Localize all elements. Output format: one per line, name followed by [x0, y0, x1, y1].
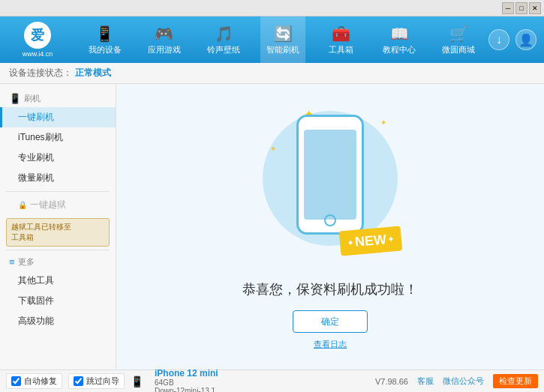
flash-section-icon: 📱	[9, 93, 21, 104]
download-button[interactable]: ↓	[488, 29, 509, 50]
bottom-bar: 自动修复 跳过向导 📱 iPhone 12 mini 64GB Down-12m…	[0, 370, 544, 392]
confirm-button[interactable]: 确定	[293, 310, 368, 333]
auto-repair-area: 自动修复	[6, 373, 62, 389]
sidebar: 📱 刷机 一键刷机 iTunes刷机 专业刷机 微量刷机 🔒 一键越狱 越狱工具…	[0, 84, 116, 370]
smart-flash-icon: 🔄	[274, 25, 293, 43]
customer-service-link[interactable]: 客服	[417, 376, 434, 387]
main-area: 📱 刷机 一键刷机 iTunes刷机 专业刷机 微量刷机 🔒 一键越狱 越狱工具…	[0, 84, 544, 370]
nav-ringtone-label: 铃声壁纸	[207, 44, 240, 55]
nav-apps[interactable]: 🎮 应用游戏	[142, 16, 187, 63]
download-firmware-label: 下载固件	[18, 295, 54, 306]
logo[interactable]: 爱 www.i4.cn	[0, 19, 75, 61]
check-update-button[interactable]: 检查更新	[493, 374, 538, 388]
device-phone-icon: 📱	[131, 376, 143, 388]
nav-smart-flash-label: 智能刷机	[266, 44, 299, 55]
device-storage: 64GB	[155, 379, 218, 387]
phone-home-button	[324, 214, 336, 226]
sidebar-item-other-tools[interactable]: 其他工具	[0, 271, 116, 291]
content-area: ✦ ✦ ✦ NEW 恭喜您，保资料刷机成功啦！ 确定 查看日志	[116, 84, 544, 370]
sidebar-item-advanced[interactable]: 高级功能	[0, 311, 116, 331]
sparkle-3: ✦	[270, 145, 276, 153]
new-badge-text: NEW	[354, 232, 387, 250]
bottom-right: V7.98.66 客服 微信公众号 检查更新	[375, 374, 538, 388]
separator-1	[6, 191, 110, 192]
jailbreak-label: 一键越狱	[30, 199, 66, 211]
sidebar-section-flash[interactable]: 📱 刷机	[0, 90, 116, 107]
nav-mall[interactable]: 🛒 微圆商城	[436, 16, 481, 63]
tutorial-icon: 📖	[390, 25, 409, 43]
more-section-label: 更多	[18, 256, 35, 268]
one-key-flash-label: 一键刷机	[18, 112, 54, 122]
status-label: 设备连接状态：	[9, 67, 72, 79]
auto-repair-checkbox[interactable]	[11, 376, 21, 386]
pro-flash-label: 专业刷机	[18, 152, 54, 163]
user-button[interactable]: 👤	[515, 29, 536, 50]
flash-section-label: 刷机	[24, 93, 41, 104]
advanced-label: 高级功能	[18, 316, 54, 326]
guided-area: 跳过向导	[68, 373, 125, 389]
nav-smart-flash[interactable]: 🔄 智能刷机	[260, 16, 305, 63]
separator-2	[6, 250, 110, 250]
device-info: iPhone 12 mini 64GB Down-12mini-13,1	[155, 368, 218, 393]
logo-subtitle: www.i4.cn	[23, 50, 53, 58]
other-tools-label: 其他工具	[18, 275, 54, 286]
phone-body	[296, 115, 364, 235]
wechat-link[interactable]: 微信公众号	[443, 376, 484, 387]
header: 爱 www.i4.cn 📱 我的设备 🎮 应用游戏 🎵 铃声壁纸 🔄 智能刷机 …	[0, 16, 544, 63]
sidebar-item-backup-flash[interactable]: 微量刷机	[0, 168, 116, 188]
title-bar: ─ □ ✕	[0, 0, 544, 16]
nav-bar: 📱 我的设备 🎮 应用游戏 🎵 铃声壁纸 🔄 智能刷机 🧰 工具箱 📖 教程中心…	[75, 16, 488, 63]
nav-apps-label: 应用游戏	[148, 44, 181, 55]
itunes-flash-label: iTunes刷机	[18, 132, 63, 142]
new-badge: NEW	[339, 226, 403, 256]
sparkle-2: ✦	[380, 118, 386, 127]
phone-screen	[304, 130, 356, 220]
lock-icon: 🔒	[18, 201, 27, 209]
version-info: V7.98.66	[375, 377, 408, 386]
status-value: 正常模式	[75, 67, 111, 79]
nav-ringtone[interactable]: 🎵 铃声壁纸	[201, 16, 246, 63]
status-bar: 设备连接状态： 正常模式	[0, 63, 544, 84]
maximize-button[interactable]: □	[515, 2, 527, 14]
sidebar-section-more[interactable]: ≡ 更多	[0, 253, 116, 271]
sidebar-section-jailbreak: 🔒 一键越狱	[0, 195, 116, 215]
success-text: 恭喜您，保资料刷机成功啦！	[242, 280, 418, 298]
nav-my-device-label: 我的设备	[89, 44, 122, 55]
minimize-button[interactable]: ─	[502, 2, 514, 14]
apps-icon: 🎮	[155, 25, 173, 43]
more-section-icon: ≡	[9, 256, 15, 268]
nav-toolbox-label: 工具箱	[329, 44, 353, 55]
guided-checkbox[interactable]	[74, 376, 83, 386]
sidebar-item-one-key-flash[interactable]: 一键刷机	[0, 107, 116, 127]
my-device-icon: 📱	[95, 25, 114, 43]
toolbox-icon: 🧰	[332, 25, 350, 43]
header-right: ↓ 👤	[488, 29, 544, 50]
jailbreak-notice: 越狱工具已转移至工具箱	[6, 218, 110, 247]
sidebar-item-itunes-flash[interactable]: iTunes刷机	[0, 127, 116, 148]
close-button[interactable]: ✕	[529, 2, 541, 14]
confirm-button-label: 确定	[321, 316, 339, 328]
sidebar-item-pro-flash[interactable]: 专业刷机	[0, 148, 116, 168]
phone-illustration: ✦ ✦ ✦ NEW	[255, 103, 405, 268]
ringtone-icon: 🎵	[215, 25, 233, 43]
mall-icon: 🛒	[449, 25, 468, 43]
nav-mall-label: 微圆商城	[442, 44, 475, 55]
nav-toolbox[interactable]: 🧰 工具箱	[320, 16, 362, 63]
device-model: Down-12mini-13,1	[155, 387, 218, 393]
logo-icon: 爱	[24, 22, 51, 49]
guided-label: 跳过向导	[86, 376, 119, 387]
nav-tutorial-label: 教程中心	[383, 44, 416, 55]
nav-tutorial[interactable]: 📖 教程中心	[377, 16, 422, 63]
nav-my-device[interactable]: 📱 我的设备	[83, 16, 128, 63]
retry-link[interactable]: 查看日志	[314, 339, 347, 350]
backup-flash-label: 微量刷机	[18, 172, 54, 183]
sidebar-item-download-firmware[interactable]: 下载固件	[0, 291, 116, 311]
auto-repair-label: 自动修复	[24, 376, 57, 387]
